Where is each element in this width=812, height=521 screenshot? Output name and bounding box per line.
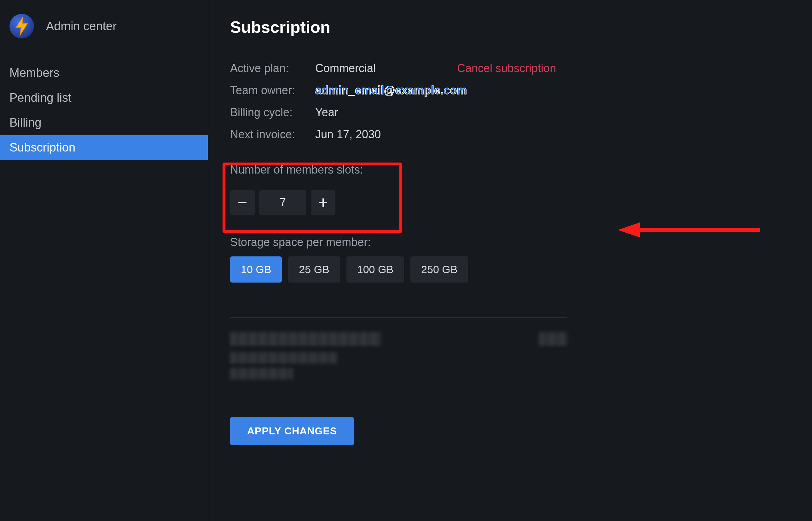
- divider: [230, 317, 567, 318]
- team-owner-value[interactable]: admin_email@example.com: [315, 84, 790, 97]
- page-title: Subscription: [230, 18, 790, 37]
- members-slots-label: Number of members slots:: [230, 163, 790, 176]
- cancel-subscription-link[interactable]: Cancel subscription: [457, 62, 556, 75]
- members-slots-stepper: 7: [230, 190, 790, 215]
- sidebar-item-members[interactable]: Members: [0, 61, 208, 85]
- storage-options: 10 GB 25 GB 100 GB 250 GB: [230, 256, 790, 282]
- sidebar-item-subscription[interactable]: Subscription: [0, 135, 208, 160]
- decrement-button[interactable]: [230, 190, 255, 215]
- sidebar-item-billing[interactable]: Billing: [0, 110, 208, 135]
- billing-cycle-value: Year: [315, 106, 790, 119]
- active-plan-label: Active plan:: [230, 62, 312, 75]
- svg-marker-4: [618, 222, 640, 237]
- storage-option-100gb[interactable]: 100 GB: [346, 256, 404, 282]
- apply-changes-button[interactable]: APPLY CHANGES: [230, 417, 354, 445]
- plus-icon: [318, 197, 328, 208]
- storage-label: Storage space per member:: [230, 235, 790, 249]
- main-content: Subscription Active plan: Commercial Tea…: [208, 0, 812, 521]
- app-logo-icon: [9, 14, 34, 39]
- minus-icon: [237, 197, 248, 208]
- billing-cycle-label: Billing cycle:: [230, 106, 312, 119]
- sidebar: Admin center Members Pending list Billin…: [0, 0, 208, 521]
- brand-title: Admin center: [46, 20, 117, 33]
- storage-option-250gb[interactable]: 250 GB: [411, 256, 468, 282]
- sidebar-item-pending-list[interactable]: Pending list: [0, 85, 208, 110]
- team-owner-label: Team owner:: [230, 84, 312, 97]
- redacted-pricing: [230, 332, 567, 382]
- members-slots-value[interactable]: 7: [259, 190, 306, 215]
- next-invoice-label: Next invoice:: [230, 128, 312, 141]
- increment-button[interactable]: [311, 190, 335, 215]
- storage-option-10gb[interactable]: 10 GB: [230, 256, 282, 282]
- members-slots-block: 7: [230, 184, 790, 224]
- next-invoice-value: Jun 17, 2030: [315, 128, 790, 141]
- storage-option-25gb[interactable]: 25 GB: [288, 256, 340, 282]
- sidebar-nav: Members Pending list Billing Subscriptio…: [0, 61, 208, 160]
- brand-row: Admin center: [0, 0, 208, 61]
- svg-rect-2: [323, 199, 324, 207]
- storage-block: Storage space per member: 10 GB 25 GB 10…: [230, 235, 790, 282]
- svg-rect-0: [238, 202, 246, 203]
- plan-info: Active plan: Commercial Team owner: admi…: [230, 62, 790, 141]
